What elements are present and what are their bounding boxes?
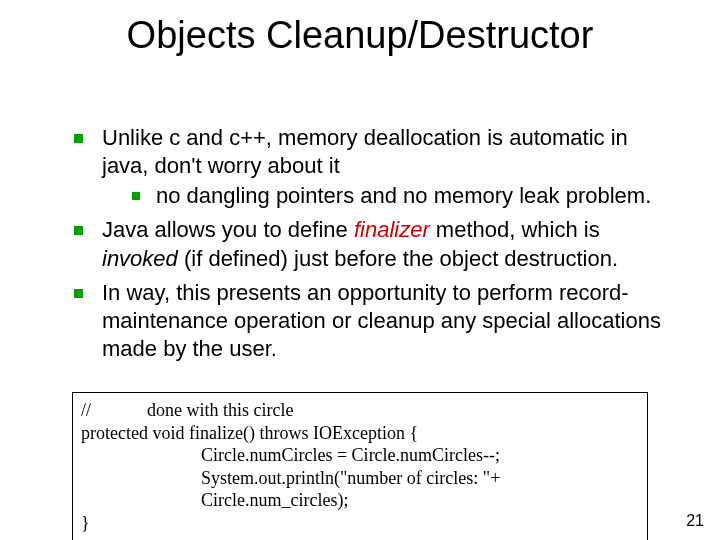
code-line-2: protected void finalize() throws IOExcep… [81, 422, 639, 445]
slide: Objects Cleanup/Destructor Unlike c and … [0, 0, 720, 540]
code-line-4: System.out.println("number of circles: "… [81, 467, 639, 512]
bullet-1-sub-text: no dangling pointers and no memory leak … [156, 183, 651, 208]
sub-bullet-list: no dangling pointers and no memory leak … [132, 182, 674, 210]
code-line-1: //done with this circle [81, 399, 639, 422]
slide-body: Unlike c and c++, memory deallocation is… [74, 124, 674, 369]
code-l1-comment: done with this circle [147, 400, 293, 420]
code-line-3: Circle.numCircles = Circle.numCircles--; [81, 444, 639, 467]
finalizer-word: finalizer [354, 217, 430, 242]
bullet-1: Unlike c and c++, memory deallocation is… [74, 124, 674, 210]
invoked-word: invoked [102, 246, 178, 271]
code-line-5: } [81, 512, 639, 535]
bullet-1-sub: no dangling pointers and no memory leak … [132, 182, 674, 210]
slide-title: Objects Cleanup/Destructor [0, 14, 720, 57]
bullet-1-text: Unlike c and c++, memory deallocation is… [102, 125, 628, 178]
bullet-3-text: In way, this presents an opportunity to … [102, 280, 661, 361]
bullet-2-pre: Java allows you to define [102, 217, 354, 242]
bullet-2: Java allows you to define finalizer meth… [74, 216, 674, 272]
page-number: 21 [686, 512, 704, 530]
code-box: //done with this circle protected void f… [72, 392, 648, 540]
bullet-2-post: (if defined) just before the object dest… [178, 246, 618, 271]
bullet-3: In way, this presents an opportunity to … [74, 279, 674, 363]
code-l1-slash: // [81, 400, 91, 420]
bullet-list: Unlike c and c++, memory deallocation is… [74, 124, 674, 363]
bullet-2-mid: method, which is [430, 217, 600, 242]
